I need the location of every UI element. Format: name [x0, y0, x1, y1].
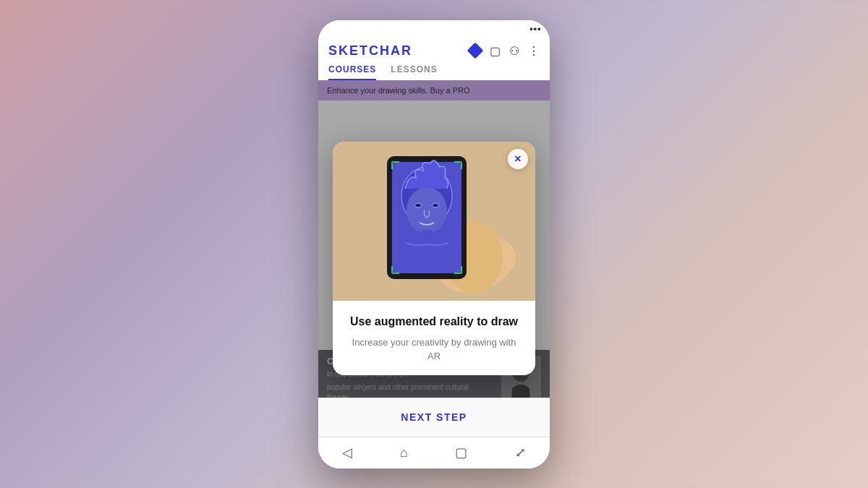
svg-rect-14	[421, 230, 433, 243]
home-nav-icon[interactable]: ⌂	[394, 442, 414, 463]
tab-lessons[interactable]: LESSONS	[391, 64, 437, 80]
svg-point-9	[407, 187, 447, 234]
modal-title: Use augmented reality to draw	[346, 315, 522, 328]
modal-close-button[interactable]: ×	[508, 149, 528, 169]
close-icon: ×	[514, 153, 521, 166]
phone-frame-outer: ●●● SKETCHAR ▢ ⚇ ⋮ COURSES LESSONS Enhan…	[318, 20, 550, 468]
nav-tabs: COURSES LESSONS	[328, 64, 540, 80]
user-icon[interactable]: ⚇	[509, 44, 519, 58]
next-step-button[interactable]: NEXT STEP	[372, 404, 495, 430]
app-header: SKETCHAR ▢ ⚇ ⋮ COURSES LESSONS	[318, 38, 550, 80]
header-top: SKETCHAR ▢ ⚇ ⋮	[328, 43, 540, 59]
recents-nav-icon[interactable]: ▢	[449, 442, 473, 463]
status-bar: ●●●	[318, 20, 550, 38]
app-logo: SKETCHAR	[328, 43, 412, 59]
svg-point-13	[434, 204, 437, 207]
ar-scene-svg	[333, 142, 535, 301]
tab-courses[interactable]: COURSES	[328, 64, 376, 80]
ar-illustration	[333, 142, 535, 301]
modal-description: Increase your creativity by drawing with…	[346, 335, 522, 364]
svg-point-12	[417, 204, 420, 207]
header-icons: ▢ ⚇ ⋮	[469, 44, 540, 58]
modal-overlay: × Use augmented reality to draw Increase…	[318, 80, 550, 437]
modal-body: Use augmented reality to draw Increase y…	[333, 301, 535, 375]
modal-dialog: × Use augmented reality to draw Increase…	[333, 142, 535, 375]
next-step-bar: NEXT STEP	[318, 398, 550, 437]
bottom-nav: ◁ ⌂ ▢ ⤢	[318, 437, 550, 468]
square-icon[interactable]: ▢	[490, 44, 501, 58]
logo-prefix: SKETCH	[328, 43, 391, 58]
back-nav-icon[interactable]: ◁	[336, 442, 358, 463]
main-content: Enhance your drawing skills. Buy a PRO C…	[318, 80, 550, 437]
more-icon[interactable]: ⋮	[528, 44, 540, 58]
logo-suffix: AR	[391, 43, 412, 58]
expand-nav-icon[interactable]: ⤢	[509, 442, 532, 463]
diamond-icon[interactable]	[467, 43, 484, 59]
modal-image	[333, 142, 535, 301]
